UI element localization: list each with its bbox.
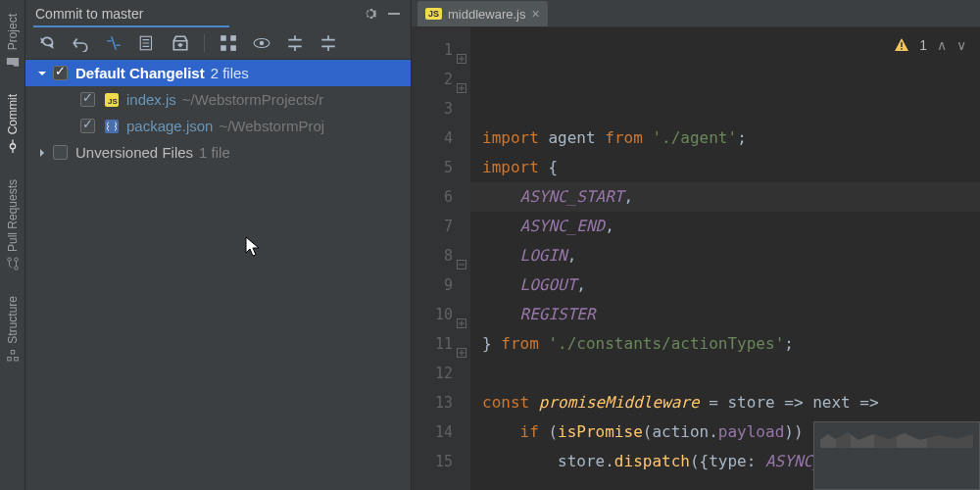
svg-rect-17 xyxy=(105,120,119,133)
line-number: 14 xyxy=(412,417,453,447)
minimap-overview xyxy=(820,428,973,448)
tool-tab-project[interactable]: Project xyxy=(4,8,22,74)
svg-rect-4 xyxy=(14,357,18,361)
fold-icon[interactable] xyxy=(457,250,466,260)
tool-tab-label: Pull Requests xyxy=(6,179,20,252)
commit-toolbar xyxy=(25,27,411,60)
line-number: 1 xyxy=(412,35,453,65)
changes-tree: Default Changelist 2 files JS index.js ~… xyxy=(25,60,411,490)
fold-icon[interactable] xyxy=(457,74,466,83)
line-number: 4 xyxy=(412,123,453,153)
svg-point-1 xyxy=(14,266,18,270)
separator xyxy=(204,34,205,52)
rollback-icon[interactable] xyxy=(71,33,90,53)
svg-rect-10 xyxy=(230,35,236,41)
editor-tabs: JS middleware.js × xyxy=(412,0,980,27)
unversioned-label: Unversioned Files xyxy=(75,144,193,161)
minimap[interactable] xyxy=(813,421,980,490)
changelist-icon[interactable] xyxy=(137,33,157,53)
changelist-count: 2 files xyxy=(211,65,249,81)
file-name: index.js xyxy=(126,91,176,108)
line-number: 6 xyxy=(412,182,453,212)
svg-point-3 xyxy=(7,258,11,262)
warning-icon xyxy=(894,37,909,53)
checkbox[interactable] xyxy=(53,66,68,80)
unversioned-count: 1 file xyxy=(199,144,230,161)
svg-rect-6 xyxy=(11,350,15,354)
checkbox[interactable] xyxy=(80,92,95,107)
minimize-icon[interactable] xyxy=(385,5,403,23)
svg-rect-11 xyxy=(220,45,226,51)
editor: JS middleware.js × 123456789101112131415… xyxy=(412,0,980,490)
line-number: 7 xyxy=(412,212,453,241)
group-icon[interactable] xyxy=(219,33,238,53)
fold-icon[interactable] xyxy=(457,44,466,54)
pull-request-icon xyxy=(6,257,20,270)
svg-point-0 xyxy=(10,144,15,149)
changelist-label: Default Changelist xyxy=(75,65,205,81)
refresh-icon[interactable] xyxy=(37,33,57,53)
mouse-cursor-icon xyxy=(245,236,263,258)
tab-filename: middleware.js xyxy=(448,7,525,22)
changelist-node[interactable]: Default Changelist 2 files xyxy=(25,60,411,86)
file-name: package.json xyxy=(126,118,213,134)
line-number: 5 xyxy=(412,153,453,182)
svg-text:JS: JS xyxy=(108,97,118,106)
folder-icon xyxy=(6,55,20,69)
line-number: 2 xyxy=(412,65,453,94)
json-file-icon xyxy=(103,119,121,134)
tool-tab-pull-requests[interactable]: Pull Requests xyxy=(4,173,22,276)
svg-rect-5 xyxy=(7,357,11,361)
editor-tab[interactable]: JS middleware.js × xyxy=(417,1,548,26)
file-row[interactable]: package.json ~/WebstormProj xyxy=(25,113,411,139)
code-area[interactable]: 123456789101112131415 import agent from … xyxy=(412,27,980,490)
line-number: 11 xyxy=(412,329,453,359)
js-badge-icon: JS xyxy=(425,8,442,20)
chevron-right-icon[interactable] xyxy=(35,146,49,160)
gear-icon[interactable] xyxy=(362,5,379,23)
line-number: 9 xyxy=(412,270,453,300)
tool-tab-structure[interactable]: Structure xyxy=(4,290,22,368)
unversioned-node[interactable]: Unversioned Files 1 file xyxy=(25,139,411,166)
shelve-icon[interactable] xyxy=(171,33,190,53)
fold-icon[interactable] xyxy=(457,309,466,318)
tool-tab-label: Structure xyxy=(6,296,20,344)
commit-panel: Commit to master Default Changelist 2 fi… xyxy=(25,0,412,490)
js-file-icon: JS xyxy=(103,92,121,108)
checkbox[interactable] xyxy=(80,119,95,133)
commit-icon xyxy=(6,140,20,154)
gutter: 123456789101112131415 xyxy=(412,27,470,490)
line-number: 15 xyxy=(412,447,453,476)
svg-rect-24 xyxy=(901,48,903,50)
line-number: 3 xyxy=(412,94,453,123)
svg-rect-7 xyxy=(388,13,400,15)
file-row[interactable]: JS index.js ~/WebstormProjects/r xyxy=(25,86,411,113)
tool-tab-label: Project xyxy=(6,14,20,50)
line-number: 10 xyxy=(412,300,453,329)
panel-header: Commit to master xyxy=(25,0,411,27)
inspection-widget[interactable]: 1 ∧ ∨ xyxy=(894,37,966,53)
line-number: 8 xyxy=(412,241,453,270)
svg-point-14 xyxy=(260,41,265,46)
tool-tab-label: Commit xyxy=(6,94,20,134)
diff-icon[interactable] xyxy=(104,33,123,53)
svg-rect-23 xyxy=(901,42,903,47)
prev-highlight-icon[interactable]: ∧ xyxy=(937,37,947,53)
collapse-icon[interactable] xyxy=(318,33,338,53)
expand-icon[interactable] xyxy=(285,33,305,53)
checkbox[interactable] xyxy=(53,145,68,160)
file-path: ~/WebstormProj xyxy=(219,118,324,134)
close-tab-icon[interactable]: × xyxy=(532,6,540,22)
next-highlight-icon[interactable]: ∨ xyxy=(956,37,966,53)
structure-icon xyxy=(6,348,20,362)
tool-tab-commit[interactable]: Commit xyxy=(4,88,22,159)
view-icon[interactable] xyxy=(252,33,271,53)
line-number: 12 xyxy=(412,359,453,388)
chevron-down-icon[interactable] xyxy=(35,67,49,80)
panel-title: Commit to master xyxy=(35,6,356,22)
fold-icon[interactable] xyxy=(457,338,466,348)
svg-point-2 xyxy=(14,258,18,262)
svg-rect-9 xyxy=(220,35,226,41)
line-number: 13 xyxy=(412,388,453,417)
warning-count: 1 xyxy=(919,37,927,53)
